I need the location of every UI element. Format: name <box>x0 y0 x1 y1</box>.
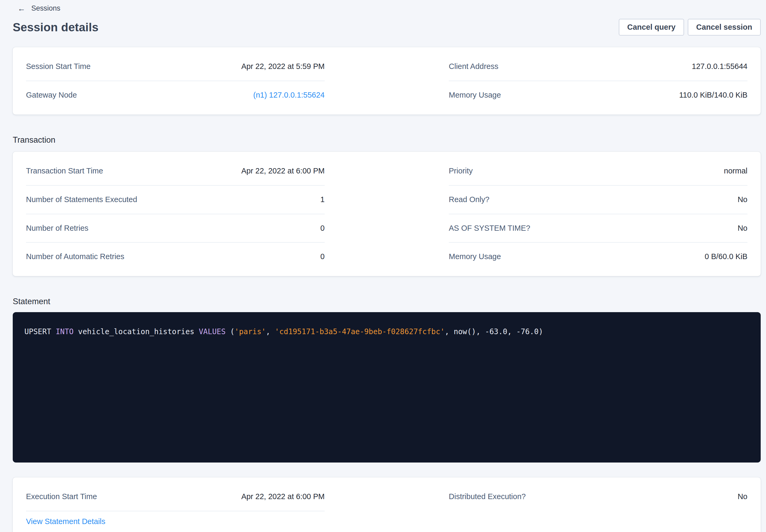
summary-row-value: Apr 22, 2022 at 6:00 PM <box>241 492 325 501</box>
arrow-left-icon: ← <box>18 5 25 12</box>
sql-statement-box: UPSERT INTO vehicle_location_histories V… <box>13 312 761 463</box>
cancel-session-button[interactable]: Cancel session <box>688 19 761 36</box>
summary-row-value: 0 B/60.0 KiB <box>705 252 747 261</box>
execution-right-column: Distributed Execution?No <box>449 483 747 532</box>
summary-row-value: 1 <box>320 195 325 204</box>
sql-token-string: 'paris' <box>234 327 266 336</box>
summary-row-label: Memory Usage <box>449 252 501 261</box>
summary-row-value: 0 <box>320 224 325 233</box>
view-statement-details-link[interactable]: View Statement Details <box>26 511 105 532</box>
summary-row: Transaction Start TimeApr 22, 2022 at 6:… <box>26 157 325 186</box>
transaction-left-column: Transaction Start TimeApr 22, 2022 at 6:… <box>26 157 325 271</box>
sql-token-plain: ( <box>226 327 235 336</box>
summary-row: AS OF SYSTEM TIME?No <box>449 214 747 243</box>
summary-row-value: 127.0.0.1:55644 <box>692 62 747 71</box>
section-title-statement: Statement <box>13 297 761 306</box>
sql-token-keyword: VALUES <box>199 327 225 336</box>
summary-row-label: Number of Statements Executed <box>26 195 137 204</box>
summary-row-value: 0 <box>320 252 325 261</box>
execution-summary-card: Execution Start TimeApr 22, 2022 at 6:00… <box>13 477 761 532</box>
back-link-label: Sessions <box>31 4 60 12</box>
header-actions: Cancel query Cancel session <box>619 19 761 36</box>
sql-token-plain: , <box>266 327 275 336</box>
summary-row-value: No <box>738 224 747 233</box>
summary-row-value: Apr 22, 2022 at 6:00 PM <box>241 167 325 175</box>
back-to-sessions-link[interactable]: ← Sessions <box>18 4 60 12</box>
section-title-transaction: Transaction <box>13 135 761 145</box>
summary-row: Memory Usage110.0 KiB/140.0 KiB <box>449 81 747 109</box>
execution-left-column: Execution Start TimeApr 22, 2022 at 6:00… <box>26 483 325 532</box>
summary-row-label: Distributed Execution? <box>449 492 526 501</box>
session-summary-right-column: Client Address127.0.0.1:55644Memory Usag… <box>449 53 747 109</box>
session-details-page: ← Sessions Session details Cancel query … <box>0 0 766 532</box>
sql-token-plain: vehicle_location_histories <box>73 327 199 336</box>
summary-row-value: No <box>738 492 747 501</box>
session-summary-card: Session Start TimeApr 22, 2022 at 5:59 P… <box>13 47 761 115</box>
summary-row: Gateway Node(n1) 127.0.0.1:55624 <box>26 81 325 109</box>
summary-row-label: Session Start Time <box>26 62 90 71</box>
summary-row: Number of Retries0 <box>26 214 325 243</box>
sql-token-plain: UPSERT <box>24 327 56 336</box>
summary-row-label: Read Only? <box>449 195 489 204</box>
summary-row-label: Gateway Node <box>26 91 77 99</box>
session-summary-left-column: Session Start TimeApr 22, 2022 at 5:59 P… <box>26 53 325 109</box>
summary-row: Session Start TimeApr 22, 2022 at 5:59 P… <box>26 53 325 81</box>
summary-row-label: Execution Start Time <box>26 492 97 501</box>
page-title: Session details <box>13 21 98 34</box>
summary-row: Number of Statements Executed1 <box>26 186 325 214</box>
cancel-query-button[interactable]: Cancel query <box>619 19 684 36</box>
gateway-node-link[interactable]: (n1) 127.0.0.1:55624 <box>253 91 325 99</box>
summary-row-label: Client Address <box>449 62 498 71</box>
transaction-summary-card: Transaction Start TimeApr 22, 2022 at 6:… <box>13 152 761 276</box>
summary-row: Prioritynormal <box>449 157 747 186</box>
summary-row: Number of Automatic Retries0 <box>26 243 325 271</box>
summary-row-value: No <box>738 195 747 204</box>
summary-row-label: Memory Usage <box>449 91 501 99</box>
summary-row: Memory Usage0 B/60.0 KiB <box>449 243 747 271</box>
summary-row-label: AS OF SYSTEM TIME? <box>449 224 530 233</box>
summary-row-label: Transaction Start Time <box>26 167 103 175</box>
summary-row-value: 110.0 KiB/140.0 KiB <box>679 91 747 99</box>
summary-row-label: Number of Automatic Retries <box>26 252 124 261</box>
summary-row: Client Address127.0.0.1:55644 <box>449 53 747 81</box>
sql-token-string: 'cd195171-b3a5-47ae-9beb-f028627fcfbc' <box>275 327 445 336</box>
transaction-right-column: PrioritynormalRead Only?NoAS OF SYSTEM T… <box>449 157 747 271</box>
summary-row: Execution Start TimeApr 22, 2022 at 6:00… <box>26 483 325 511</box>
summary-row-value: normal <box>724 167 747 175</box>
sql-token-plain: , now(), -63.0, -76.0) <box>445 327 543 336</box>
execution-rows: Execution Start TimeApr 22, 2022 at 6:00… <box>26 483 325 511</box>
page-header: Session details Cancel query Cancel sess… <box>13 19 761 36</box>
summary-row-label: Number of Retries <box>26 224 88 233</box>
summary-row: Read Only?No <box>449 186 747 214</box>
sql-token-keyword: INTO <box>56 327 73 336</box>
summary-row: Distributed Execution?No <box>449 483 747 511</box>
summary-row-value: Apr 22, 2022 at 5:59 PM <box>241 62 325 71</box>
summary-row-label: Priority <box>449 167 473 175</box>
